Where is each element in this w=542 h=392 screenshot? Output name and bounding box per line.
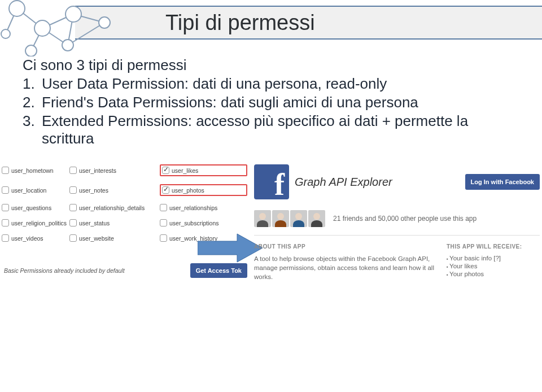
checkbox[interactable] bbox=[2, 234, 9, 242]
permission-user_subscriptions[interactable]: user_subscriptions bbox=[160, 219, 247, 227]
svg-point-13 bbox=[99, 17, 110, 28]
receive-item: Your likes bbox=[447, 262, 540, 270]
avatar bbox=[308, 210, 325, 227]
body-text: Ci sono 3 tipi di permessi 1. User Data … bbox=[0, 51, 542, 147]
receive-item: Your basic info [?] bbox=[447, 254, 540, 262]
permissions-footer: Basic Permissions already included by de… bbox=[2, 263, 247, 278]
permission-label: user_religion_politics bbox=[11, 220, 67, 227]
avatar bbox=[290, 210, 307, 227]
receive-section: THIS APP WILL RECEIVE: Your basic info [… bbox=[447, 243, 540, 281]
permission-user_likes[interactable]: user_likes bbox=[160, 164, 247, 176]
permission-label: user_hometown bbox=[11, 167, 54, 174]
svg-point-10 bbox=[65, 6, 81, 22]
checkbox[interactable] bbox=[69, 219, 77, 227]
permission-label: user_website bbox=[79, 235, 114, 242]
permission-label: user_videos bbox=[11, 235, 43, 242]
facebook-panel: Graph API Explorer Log In with Facebook … bbox=[254, 164, 540, 281]
permission-label: user_questions bbox=[11, 204, 51, 211]
checkbox[interactable] bbox=[2, 219, 9, 227]
intro-text: Ci sono 3 tipi di permessi bbox=[23, 56, 519, 74]
permission-label: user_subscriptions bbox=[169, 220, 219, 227]
svg-point-8 bbox=[9, 1, 25, 16]
slide-title: Tipi di permessi bbox=[165, 11, 315, 35]
checkbox[interactable] bbox=[69, 234, 77, 242]
title-bar: Tipi di permessi bbox=[75, 6, 542, 40]
network-decoration bbox=[0, 0, 138, 56]
list-item-2: 2. Friend's Data Permissions: dati sugli… bbox=[23, 94, 519, 111]
permission-label: user_likes bbox=[172, 167, 198, 174]
checkbox[interactable] bbox=[2, 204, 9, 211]
permission-label: user_location bbox=[11, 187, 46, 194]
slide-header: Tipi di permessi bbox=[0, 0, 542, 51]
checkbox[interactable] bbox=[162, 186, 169, 194]
svg-point-9 bbox=[34, 20, 50, 36]
svg-marker-15 bbox=[198, 234, 263, 262]
permission-user_notes[interactable]: user_notes bbox=[69, 184, 160, 196]
friends-text: 21 friends and 50,000 other people use t… bbox=[333, 215, 477, 223]
permission-user_location[interactable]: user_location bbox=[2, 184, 69, 196]
permission-label: user_photos bbox=[172, 187, 204, 194]
permission-label: user_notes bbox=[79, 187, 108, 194]
about-section: ABOUT THIS APP A tool to help browse obj… bbox=[254, 243, 435, 281]
facebook-header: Graph API Explorer Log In with Facebook bbox=[254, 164, 540, 207]
checkbox[interactable] bbox=[69, 204, 77, 211]
receive-heading: THIS APP WILL RECEIVE: bbox=[447, 243, 540, 250]
checkbox[interactable] bbox=[162, 167, 169, 174]
list-item-3: 3. Extended Permissions: accesso più spe… bbox=[23, 112, 519, 147]
facebook-social-row: 21 friends and 50,000 other people use t… bbox=[254, 207, 540, 236]
permission-user_website[interactable]: user_website bbox=[69, 234, 160, 242]
about-text: A tool to help browse objects within the… bbox=[254, 254, 435, 281]
checkbox[interactable] bbox=[2, 167, 9, 174]
avatar bbox=[272, 210, 289, 227]
permission-user_videos[interactable]: user_videos bbox=[2, 234, 69, 242]
permissions-grid: user_hometownuser_interestsuser_likesuse… bbox=[2, 164, 247, 242]
svg-point-11 bbox=[25, 45, 37, 56]
login-button[interactable]: Log In with Facebook bbox=[465, 174, 540, 190]
permission-user_questions[interactable]: user_questions bbox=[2, 204, 69, 211]
facebook-logo-icon bbox=[254, 164, 289, 199]
svg-point-12 bbox=[62, 40, 73, 51]
permission-label: user_relationships bbox=[169, 204, 217, 211]
checkbox[interactable] bbox=[69, 186, 77, 194]
svg-line-6 bbox=[68, 23, 104, 45]
permission-user_hometown[interactable]: user_hometown bbox=[2, 164, 69, 176]
permission-user_religion_politics[interactable]: user_religion_politics bbox=[2, 219, 69, 227]
list-item-1: 1. User Data Permission: dati di una per… bbox=[23, 75, 519, 93]
screenshot-area: user_hometownuser_interestsuser_likesuse… bbox=[0, 158, 542, 344]
basic-permissions-note: Basic Permissions already included by de… bbox=[4, 267, 179, 274]
permission-user_relationships[interactable]: user_relationships bbox=[160, 204, 247, 211]
receive-item: Your photos bbox=[447, 270, 540, 278]
checkbox[interactable] bbox=[160, 234, 167, 242]
svg-point-14 bbox=[1, 29, 10, 38]
checkbox[interactable] bbox=[160, 219, 167, 227]
permission-label: user_relationship_details bbox=[79, 204, 145, 211]
checkbox[interactable] bbox=[160, 204, 167, 211]
receive-list: Your basic info [?]Your likesYour photos bbox=[447, 254, 540, 278]
permission-user_relationship_details[interactable]: user_relationship_details bbox=[69, 204, 160, 211]
permission-label: user_interests bbox=[79, 167, 116, 174]
avatar bbox=[254, 210, 271, 227]
permission-user_interests[interactable]: user_interests bbox=[69, 164, 160, 176]
permission-label: user_status bbox=[79, 220, 110, 227]
permission-user_status[interactable]: user_status bbox=[69, 219, 160, 227]
get-access-token-button[interactable]: Get Access Tok bbox=[190, 263, 247, 278]
permission-user_photos[interactable]: user_photos bbox=[160, 184, 247, 196]
checkbox[interactable] bbox=[69, 167, 77, 174]
about-heading: ABOUT THIS APP bbox=[254, 243, 435, 250]
checkbox[interactable] bbox=[2, 186, 9, 194]
app-title: Graph API Explorer bbox=[295, 176, 460, 189]
friend-avatars bbox=[254, 210, 325, 227]
